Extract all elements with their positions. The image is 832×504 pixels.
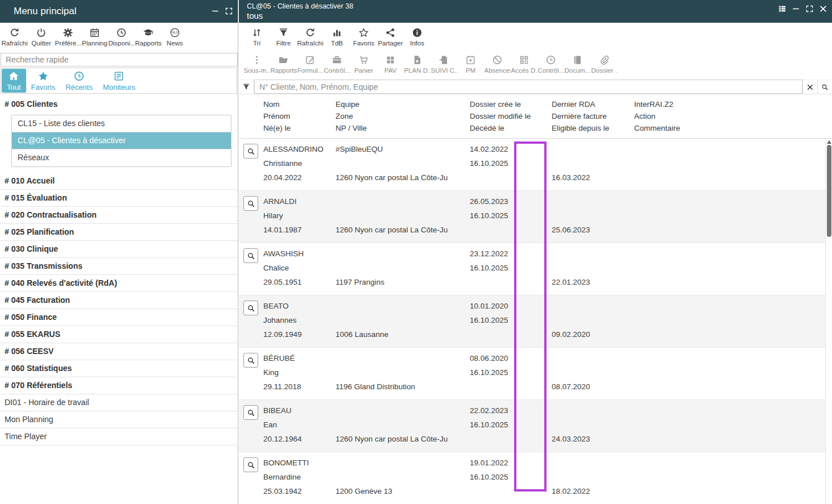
menu-item-010-accueil[interactable]: # 010 Accueil [0, 173, 238, 190]
menu-item-time-player[interactable]: Time Player [0, 428, 238, 445]
menu-tool-quitter-button[interactable]: Quitter [28, 27, 55, 47]
list-action-absences-button[interactable]: Absences [484, 54, 511, 74]
menu-item-reseaux[interactable]: Réseaux [12, 149, 231, 166]
tab-recents[interactable]: Récents [60, 69, 98, 93]
maximize-icon[interactable] [805, 5, 814, 13]
client-row-beato[interactable]: BEATOJohannes12.09.19491006 Lausanne10.0… [239, 295, 832, 348]
menu-item-060-statistiques[interactable]: # 060 Statistiques [0, 360, 238, 377]
menu-item-mon-planning[interactable]: Mon Planning [0, 411, 238, 428]
list-action-suivi-c-button[interactable]: SUIVI C... [431, 54, 457, 74]
list-action-pav-button[interactable]: PAV [377, 54, 404, 74]
calendar-plus-icon [465, 54, 477, 65]
vertical-scrollbar[interactable] [825, 139, 832, 504]
list-action-rapports-button[interactable]: Rapports [270, 54, 297, 74]
list-tool-favoris-button[interactable]: Favoris [350, 27, 377, 47]
list-tool-partager-button[interactable]: Partager [377, 27, 404, 47]
menu-item-045-facturation[interactable]: # 045 Facturation [0, 292, 238, 309]
client-row-arnaldi[interactable]: ARNALDIHilary14.01.19871260 Nyon car pos… [239, 191, 832, 243]
menu-item-cl15-liste-des-clientes[interactable]: CL15 - Liste des clientes [12, 115, 231, 132]
cell-nom: ARNALDI [263, 194, 336, 209]
list-action-control-button[interactable]: Contrôl... [324, 54, 350, 74]
menu-item-005-clientes[interactable]: # 005 Clientes [0, 96, 238, 113]
menu-item-055-ekarus[interactable]: # 055 EKARUS [0, 326, 238, 343]
list-view-icon[interactable] [778, 5, 787, 13]
open-client-button[interactable] [243, 196, 258, 211]
menu-item-025-planification[interactable]: # 025 Planification [0, 224, 238, 241]
open-client-button[interactable] [243, 248, 258, 263]
close-icon[interactable] [819, 5, 827, 13]
list-action-panier-button[interactable]: Panier [350, 54, 377, 74]
quick-search-input[interactable] [1, 53, 238, 66]
menu-item-di01-horaire-de-travail[interactable]: DI01 - Horaire de travail [0, 394, 238, 411]
menu-item-056-ceesv[interactable]: # 056 CEESV [0, 343, 238, 360]
client-row-berube[interactable]: BÉRUBÉKing29.11.20181196 Gland Distribut… [239, 348, 832, 400]
client-filter-input[interactable] [254, 80, 802, 94]
column-header[interactable]: EquipeZoneNP / Ville [336, 98, 470, 138]
column-header[interactable]: Dernier RDADernière factureEligible depu… [552, 98, 634, 138]
client-row-awashish[interactable]: AWASHISHChalice29.05.19511197 Prangins23… [239, 243, 832, 295]
menu-item-040-releves-d-activite-rda[interactable]: # 040 Relevés d'activité (RdA) [0, 275, 238, 292]
cell-empty [634, 380, 832, 394]
row-cell: BÉRUBÉKing29.11.2018 [263, 351, 336, 399]
list-action-dossier-button[interactable]: Dossier ... [591, 54, 618, 74]
list-tool-tri-button[interactable]: Tri [243, 27, 270, 47]
menu-tool-news-button[interactable]: MLSNews [162, 27, 188, 47]
filter-funnel-icon[interactable] [239, 80, 254, 94]
client-row-bibeau[interactable]: BIBEAUEan20.12.19641260 Nyon car postal … [239, 400, 832, 452]
list-action-control-button[interactable]: Contrôl... [537, 54, 564, 74]
scrollbar-thumb[interactable] [827, 145, 831, 237]
list-tool-tdb-button[interactable]: TdB [324, 27, 350, 47]
minimize-icon[interactable] [792, 5, 800, 13]
menu-item-050-finance[interactable]: # 050 Finance [0, 309, 238, 326]
menu-tool-planning-button[interactable]: Planning [81, 27, 108, 47]
maximize-icon[interactable] [225, 7, 233, 15]
cell-nom: AWASHISH [263, 247, 336, 261]
menu-item-015-evaluation[interactable]: # 015 Évaluation [0, 190, 238, 207]
menu-item-035-transmissions[interactable]: # 035 Transmissions [0, 258, 238, 275]
search-button[interactable] [817, 80, 832, 94]
client-row-alessandrino[interactable]: ALESSANDRINOChristianne20.04.2022#SpiBle… [239, 139, 832, 191]
list-tool-filtre-button[interactable]: Filtre [270, 27, 297, 47]
open-client-button[interactable] [243, 301, 258, 315]
menu-item-020-contractualisation[interactable]: # 020 Contractualisation [0, 207, 238, 224]
menu-tool-rafraichir-button[interactable]: Rafraîchir [1, 27, 28, 47]
list-action-docum-button[interactable]: Docum... [564, 54, 591, 74]
row-cell: BONOMETTIBernardine25.03.1942 [263, 456, 336, 504]
list-action-sous-m-button[interactable]: Sous-m... [243, 54, 270, 74]
list-action-formul-button[interactable]: Formul... [297, 54, 324, 74]
open-client-button[interactable] [243, 457, 258, 472]
column-header[interactable]: NomPrénomNé(e) le [263, 98, 336, 138]
open-client-button[interactable] [243, 353, 258, 368]
list-action-acces-d-button[interactable]: Accès D... [511, 54, 537, 74]
tab-favoris[interactable]: Favoris [26, 69, 61, 93]
scroll-up-arrow-icon[interactable] [827, 140, 831, 144]
tab-tout[interactable]: Tout [2, 69, 26, 93]
cell-empty [634, 194, 832, 209]
table-body: ALESSANDRINOChristianne20.04.2022#SpiBle… [239, 139, 832, 504]
row-actions [239, 247, 263, 295]
minimize-icon[interactable] [211, 7, 220, 15]
list-tool-rafraichir-button[interactable]: Rafraîchir [297, 27, 324, 47]
list-action-plan-d-button[interactable]: PLAN D... [404, 54, 431, 74]
cell-prenom: Chalice [263, 261, 336, 275]
tab-moniteurs[interactable]: Moniteurs [98, 69, 140, 93]
open-client-button[interactable] [243, 144, 258, 159]
list-tool-infos-button[interactable]: Infos [404, 27, 431, 47]
column-header[interactable]: Dossier crée leDossier modifié leDécédé … [470, 98, 552, 138]
menu-item-cl-05-clientes-a-desactiver[interactable]: CL@05 - Clientes à désactiver [12, 132, 231, 149]
column-header-line: Dossier modifié le [470, 110, 552, 122]
row-magnifier-icon [245, 250, 257, 261]
open-client-button[interactable] [243, 405, 258, 420]
client-row-bonometti[interactable]: BONOMETTIBernardine25.03.19421200 Genève… [239, 452, 832, 504]
menu-tool-prefere-button[interactable]: Préfére... [55, 27, 81, 47]
menu-item-070-referentiels[interactable]: # 070 Référentiels [0, 377, 238, 394]
column-header[interactable]: InterRAI.Z2ActionCommentaire [634, 98, 832, 138]
menu-tool-rapports-button[interactable]: Rapports [135, 27, 162, 47]
list-action-pm-button[interactable]: PM [457, 54, 484, 74]
menu-tool-disponi-button[interactable]: Disponi... [108, 27, 135, 47]
cell-ne-le: 12.09.1949 [263, 327, 336, 341]
cell-decede-le [470, 484, 552, 498]
row-magnifier-icon [245, 145, 257, 157]
clear-filter-button[interactable] [802, 80, 817, 94]
menu-item-030-clinique[interactable]: # 030 Clinique [0, 241, 238, 258]
